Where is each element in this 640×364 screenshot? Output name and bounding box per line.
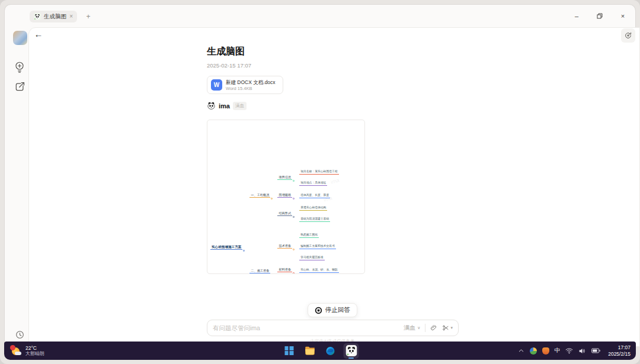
refresh-plus-icon bbox=[624, 31, 632, 40]
weather-condition: 大部晴朗 bbox=[25, 351, 44, 356]
mindmap-leaf: 项目地点：具体地址 bbox=[299, 175, 327, 186]
windows-logo-icon bbox=[284, 346, 293, 355]
stop-answer-button[interactable]: 停止回答 bbox=[308, 303, 357, 317]
assistant-name: ima bbox=[219, 102, 230, 109]
taskbar-file-explorer[interactable] bbox=[302, 343, 318, 359]
clock-icon bbox=[15, 330, 24, 339]
tray-app-icon[interactable] bbox=[542, 347, 549, 355]
sidebar-item-discover[interactable] bbox=[14, 60, 25, 73]
paperclip-icon bbox=[430, 324, 437, 331]
word-file-icon: W bbox=[211, 79, 222, 91]
model-badge: 满血 bbox=[233, 102, 247, 110]
weather-icon bbox=[10, 345, 22, 357]
restore-button[interactable] bbox=[596, 12, 604, 20]
mindmap-leaf: 项目名称：某实心砖围墙工程 bbox=[299, 164, 338, 175]
tab-close-icon[interactable]: × bbox=[69, 14, 73, 20]
mindmap-leaf: 学习相关规范标准 bbox=[299, 250, 324, 260]
taskbar-start-button[interactable] bbox=[281, 343, 297, 359]
ima-panda-icon bbox=[345, 345, 357, 356]
mindmap-image[interactable]: 实心砖围墙施工方案一、工程概况项目信息项目名称：某实心砖围墙工程项目地点：具体地… bbox=[207, 120, 365, 274]
page-title: 生成脑图 bbox=[207, 46, 245, 58]
mindmap-node: 二、施工准备 bbox=[249, 263, 270, 274]
mindmap-leaf: 普通实心砖墙体结构 bbox=[299, 200, 327, 211]
restore-icon bbox=[597, 13, 603, 19]
mindmap-leaf: 实心砖、水泥、砂、水、钢筋 bbox=[299, 262, 338, 273]
divider bbox=[425, 324, 425, 332]
tray-date: 2025/2/15 bbox=[608, 351, 631, 357]
weather-temperature: 22°C bbox=[25, 345, 44, 351]
folder-icon bbox=[305, 346, 315, 355]
tray-chevron-up-icon[interactable] bbox=[518, 347, 524, 354]
back-button[interactable]: ← bbox=[33, 28, 44, 39]
lightbulb-plus-icon bbox=[14, 61, 25, 73]
screen: 生成脑图 × + – × bbox=[0, 0, 640, 364]
timestamp: 2025-02-15 17:07 bbox=[207, 62, 251, 69]
mindmap-leaf: 熟悉施工图纸 bbox=[299, 227, 319, 238]
taskbar-clock[interactable]: 17:07 2025/2/15 bbox=[608, 344, 631, 357]
chevron-down-icon: ∨ bbox=[417, 326, 420, 330]
tab-title: 生成脑图 bbox=[44, 13, 66, 21]
minimize-button[interactable]: – bbox=[572, 12, 581, 20]
model-selector[interactable]: 满血 ∨ bbox=[404, 324, 420, 332]
chevron-down-icon: ▾ bbox=[450, 326, 453, 330]
mindmap-leaf: 编制施工方案和技术交底书 bbox=[299, 239, 336, 249]
tray-time: 17:07 bbox=[608, 344, 631, 351]
taskbar-ima-app[interactable] bbox=[344, 343, 359, 359]
mindmap-node: 项目信息 bbox=[277, 170, 292, 181]
mindmap-root: 实心砖围墙施工方案 bbox=[210, 240, 242, 250]
new-tab-button[interactable]: + bbox=[83, 11, 94, 22]
user-avatar[interactable] bbox=[13, 31, 27, 45]
sidebar-item-new-note[interactable] bbox=[14, 81, 25, 92]
chat-input[interactable] bbox=[213, 324, 404, 331]
mindmap-node: 一、工程概况 bbox=[249, 188, 270, 198]
stop-answer-label: 停止回答 bbox=[325, 306, 350, 314]
close-button[interactable]: × bbox=[619, 12, 627, 20]
battery-icon[interactable] bbox=[591, 347, 600, 354]
mindmap-leaf: 基础为现浇混凝土基础 bbox=[299, 211, 330, 222]
mindmap-node: 技术准备 bbox=[277, 239, 292, 249]
taskbar: 22°C 大部晴朗 bbox=[4, 342, 636, 360]
chat-input-bar: 满血 ∨ ▾ bbox=[207, 320, 459, 336]
ima-panda-icon bbox=[207, 101, 216, 110]
tray-ime-indicator[interactable]: 中 bbox=[555, 347, 561, 355]
ima-panda-icon bbox=[34, 13, 41, 20]
attachment-card[interactable]: W 新建 DOCX 文档.docx Word 15.4KB bbox=[207, 76, 283, 94]
scissors-icon bbox=[442, 324, 449, 331]
attachment-name: 新建 DOCX 文档.docx bbox=[226, 79, 276, 86]
new-chat-button[interactable] bbox=[621, 28, 635, 43]
edge-icon bbox=[326, 346, 335, 356]
app-window: 生成脑图 × + – × bbox=[5, 5, 635, 342]
attach-button[interactable] bbox=[430, 324, 437, 331]
tray-app-icon[interactable] bbox=[530, 347, 537, 355]
attachment-meta: Word 15.4KB bbox=[226, 86, 276, 91]
volume-icon[interactable] bbox=[578, 347, 586, 355]
sidebar-item-history[interactable] bbox=[15, 330, 24, 339]
model-selector-label: 满血 bbox=[404, 324, 415, 332]
mindmap-node: 围墙规格 bbox=[277, 188, 292, 198]
compose-icon bbox=[15, 82, 25, 92]
wifi-icon[interactable] bbox=[565, 347, 573, 354]
browser-tab[interactable]: 生成脑图 × bbox=[30, 11, 77, 22]
weather-alert-badge bbox=[10, 345, 15, 350]
taskbar-edge-browser[interactable] bbox=[323, 343, 338, 359]
taskbar-weather[interactable]: 22°C 大部晴朗 bbox=[10, 342, 44, 360]
mindmap-node: 材料准备 bbox=[277, 262, 292, 273]
stop-icon bbox=[315, 307, 322, 314]
screenshot-button[interactable]: ▾ bbox=[442, 324, 453, 331]
mindmap-node: 结构形式 bbox=[277, 206, 292, 217]
